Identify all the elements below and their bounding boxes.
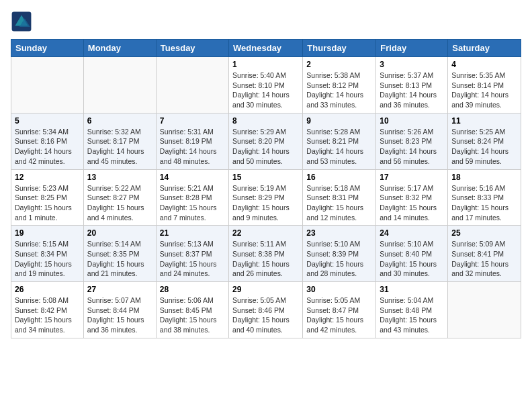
- day-number: 25: [451, 228, 517, 238]
- calendar-cell: 21Sunrise: 5:13 AM Sunset: 8:37 PM Dayli…: [156, 226, 228, 282]
- day-number: 1: [232, 60, 299, 69]
- day-number: 2: [306, 60, 372, 69]
- day-number: 11: [451, 116, 517, 126]
- calendar-cell: 8Sunrise: 5:29 AM Sunset: 8:20 PM Daylig…: [229, 113, 303, 169]
- day-info: Sunrise: 5:35 AM Sunset: 8:14 PM Dayligh…: [451, 71, 517, 110]
- calendar-cell: 24Sunrise: 5:10 AM Sunset: 8:40 PM Dayli…: [376, 226, 448, 282]
- day-info: Sunrise: 5:10 AM Sunset: 8:39 PM Dayligh…: [306, 239, 372, 279]
- weekday-header-monday: Monday: [83, 40, 156, 57]
- calendar-cell: 28Sunrise: 5:06 AM Sunset: 8:45 PM Dayli…: [156, 282, 228, 338]
- calendar-cell: [448, 282, 521, 338]
- weekday-header-saturday: Saturday: [448, 40, 521, 57]
- day-info: Sunrise: 5:17 AM Sunset: 8:32 PM Dayligh…: [380, 183, 444, 223]
- weekday-header-sunday: Sunday: [11, 40, 84, 57]
- day-number: 8: [232, 116, 299, 126]
- calendar-cell: 4Sunrise: 5:35 AM Sunset: 8:14 PM Daylig…: [448, 57, 521, 113]
- day-info: Sunrise: 5:40 AM Sunset: 8:10 PM Dayligh…: [232, 71, 299, 110]
- day-number: 5: [15, 116, 80, 126]
- calendar-cell: 30Sunrise: 5:05 AM Sunset: 8:47 PM Dayli…: [303, 282, 376, 338]
- day-info: Sunrise: 5:25 AM Sunset: 8:24 PM Dayligh…: [451, 127, 517, 167]
- calendar-cell: 31Sunrise: 5:04 AM Sunset: 8:48 PM Dayli…: [376, 282, 448, 338]
- calendar-cell: 7Sunrise: 5:31 AM Sunset: 8:19 PM Daylig…: [156, 113, 228, 169]
- day-info: Sunrise: 5:04 AM Sunset: 8:48 PM Dayligh…: [380, 295, 444, 335]
- day-number: 13: [87, 173, 152, 182]
- day-number: 3: [380, 60, 444, 69]
- calendar-cell: 19Sunrise: 5:15 AM Sunset: 8:34 PM Dayli…: [11, 226, 84, 282]
- day-number: 10: [380, 116, 444, 126]
- day-info: Sunrise: 5:07 AM Sunset: 8:44 PM Dayligh…: [87, 295, 152, 335]
- calendar-cell: 23Sunrise: 5:10 AM Sunset: 8:39 PM Dayli…: [303, 226, 376, 282]
- calendar-cell: 25Sunrise: 5:09 AM Sunset: 8:41 PM Dayli…: [448, 226, 521, 282]
- calendar-week-4: 19Sunrise: 5:15 AM Sunset: 8:34 PM Dayli…: [11, 226, 521, 282]
- day-info: Sunrise: 5:23 AM Sunset: 8:25 PM Dayligh…: [15, 183, 80, 223]
- day-number: 31: [380, 285, 444, 294]
- calendar-cell: 20Sunrise: 5:14 AM Sunset: 8:35 PM Dayli…: [83, 226, 156, 282]
- weekday-header-wednesday: Wednesday: [229, 40, 303, 57]
- calendar-cell: 14Sunrise: 5:21 AM Sunset: 8:28 PM Dayli…: [156, 169, 228, 226]
- day-info: Sunrise: 5:26 AM Sunset: 8:23 PM Dayligh…: [380, 127, 444, 167]
- day-number: 9: [306, 116, 372, 126]
- day-info: Sunrise: 5:06 AM Sunset: 8:45 PM Dayligh…: [160, 295, 225, 335]
- day-info: Sunrise: 5:10 AM Sunset: 8:40 PM Dayligh…: [380, 239, 444, 279]
- calendar-cell: 29Sunrise: 5:05 AM Sunset: 8:46 PM Dayli…: [229, 282, 303, 338]
- calendar-cell: 15Sunrise: 5:19 AM Sunset: 8:29 PM Dayli…: [229, 169, 303, 226]
- calendar-cell: 26Sunrise: 5:08 AM Sunset: 8:42 PM Dayli…: [11, 282, 84, 338]
- calendar-header-row: SundayMondayTuesdayWednesdayThursdayFrid…: [11, 40, 521, 57]
- logo-icon: [11, 11, 32, 32]
- calendar-cell: 27Sunrise: 5:07 AM Sunset: 8:44 PM Dayli…: [83, 282, 156, 338]
- day-number: 26: [15, 285, 80, 294]
- day-info: Sunrise: 5:22 AM Sunset: 8:27 PM Dayligh…: [87, 183, 152, 223]
- day-number: 20: [87, 228, 152, 238]
- day-info: Sunrise: 5:31 AM Sunset: 8:19 PM Dayligh…: [160, 127, 225, 167]
- day-info: Sunrise: 5:05 AM Sunset: 8:47 PM Dayligh…: [306, 295, 372, 335]
- day-number: 24: [380, 228, 444, 238]
- day-number: 15: [232, 173, 299, 182]
- calendar-cell: [156, 57, 228, 113]
- calendar-week-5: 26Sunrise: 5:08 AM Sunset: 8:42 PM Dayli…: [11, 282, 521, 338]
- weekday-header-friday: Friday: [376, 40, 448, 57]
- day-number: 16: [306, 173, 372, 182]
- calendar-cell: 12Sunrise: 5:23 AM Sunset: 8:25 PM Dayli…: [11, 169, 84, 226]
- day-number: 30: [306, 285, 372, 294]
- day-info: Sunrise: 5:11 AM Sunset: 8:38 PM Dayligh…: [232, 239, 299, 279]
- day-number: 14: [160, 173, 225, 182]
- day-info: Sunrise: 5:21 AM Sunset: 8:28 PM Dayligh…: [160, 183, 225, 223]
- day-info: Sunrise: 5:28 AM Sunset: 8:21 PM Dayligh…: [306, 127, 372, 167]
- calendar-cell: 3Sunrise: 5:37 AM Sunset: 8:13 PM Daylig…: [376, 57, 448, 113]
- day-info: Sunrise: 5:18 AM Sunset: 8:31 PM Dayligh…: [306, 183, 372, 223]
- day-info: Sunrise: 5:19 AM Sunset: 8:29 PM Dayligh…: [232, 183, 299, 223]
- day-number: 7: [160, 116, 225, 126]
- calendar-cell: 13Sunrise: 5:22 AM Sunset: 8:27 PM Dayli…: [83, 169, 156, 226]
- calendar-cell: 10Sunrise: 5:26 AM Sunset: 8:23 PM Dayli…: [376, 113, 448, 169]
- day-number: 21: [160, 228, 225, 238]
- calendar-table: SundayMondayTuesdayWednesdayThursdayFrid…: [11, 39, 521, 338]
- calendar-cell: 9Sunrise: 5:28 AM Sunset: 8:21 PM Daylig…: [303, 113, 376, 169]
- logo: [11, 11, 35, 32]
- day-number: 18: [451, 173, 517, 182]
- calendar-week-1: 1Sunrise: 5:40 AM Sunset: 8:10 PM Daylig…: [11, 57, 521, 113]
- calendar-cell: 5Sunrise: 5:34 AM Sunset: 8:16 PM Daylig…: [11, 113, 84, 169]
- page-header: [11, 11, 521, 32]
- day-number: 12: [15, 173, 80, 182]
- day-number: 17: [380, 173, 444, 182]
- calendar-cell: [11, 57, 84, 113]
- day-info: Sunrise: 5:05 AM Sunset: 8:46 PM Dayligh…: [232, 295, 299, 335]
- weekday-header-thursday: Thursday: [303, 40, 376, 57]
- calendar-week-2: 5Sunrise: 5:34 AM Sunset: 8:16 PM Daylig…: [11, 113, 521, 169]
- day-number: 28: [160, 285, 225, 294]
- day-info: Sunrise: 5:29 AM Sunset: 8:20 PM Dayligh…: [232, 127, 299, 167]
- calendar-cell: 16Sunrise: 5:18 AM Sunset: 8:31 PM Dayli…: [303, 169, 376, 226]
- day-info: Sunrise: 5:14 AM Sunset: 8:35 PM Dayligh…: [87, 239, 152, 279]
- day-info: Sunrise: 5:32 AM Sunset: 8:17 PM Dayligh…: [87, 127, 152, 167]
- day-info: Sunrise: 5:15 AM Sunset: 8:34 PM Dayligh…: [15, 239, 80, 279]
- day-number: 27: [87, 285, 152, 294]
- calendar-cell: 22Sunrise: 5:11 AM Sunset: 8:38 PM Dayli…: [229, 226, 303, 282]
- day-number: 4: [451, 60, 517, 69]
- calendar-cell: 6Sunrise: 5:32 AM Sunset: 8:17 PM Daylig…: [83, 113, 156, 169]
- day-info: Sunrise: 5:09 AM Sunset: 8:41 PM Dayligh…: [451, 239, 517, 279]
- calendar-cell: 11Sunrise: 5:25 AM Sunset: 8:24 PM Dayli…: [448, 113, 521, 169]
- day-info: Sunrise: 5:37 AM Sunset: 8:13 PM Dayligh…: [380, 71, 444, 110]
- calendar-cell: 18Sunrise: 5:16 AM Sunset: 8:33 PM Dayli…: [448, 169, 521, 226]
- calendar-cell: 1Sunrise: 5:40 AM Sunset: 8:10 PM Daylig…: [229, 57, 303, 113]
- day-number: 19: [15, 228, 80, 238]
